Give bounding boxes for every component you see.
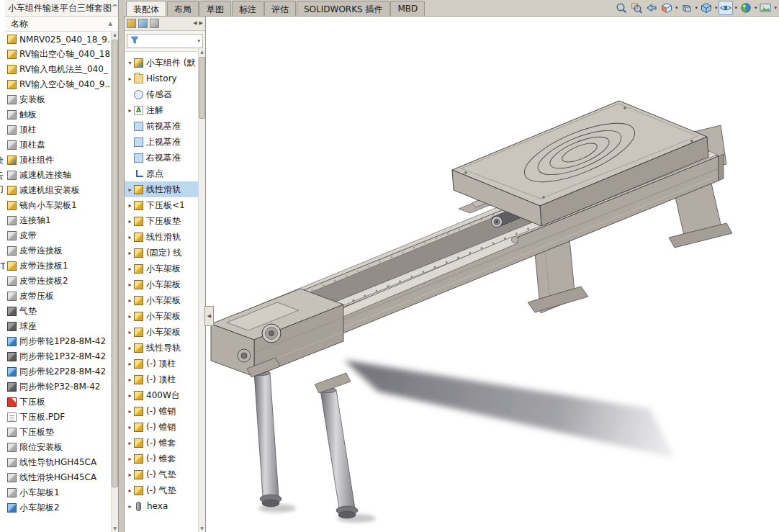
dropdown-caret-icon[interactable]: ▾ xyxy=(715,5,718,11)
panel-divider[interactable] xyxy=(119,0,124,532)
scroll-down-icon[interactable]: ▼ xyxy=(200,525,204,532)
file-list-item[interactable]: 皮带 xyxy=(5,228,111,243)
file-list-item[interactable]: 镜向小车架板1 xyxy=(5,198,111,213)
file-list-header[interactable]: 名称 ▲ xyxy=(5,17,118,32)
scroll-down-icon[interactable]: ▼ xyxy=(113,525,117,532)
feature-tree-item[interactable]: ▸(-) 锥套 xyxy=(125,451,198,466)
expander-icon[interactable]: ▸ xyxy=(126,424,134,430)
feature-tree-item[interactable]: ▸400W台 xyxy=(125,387,198,403)
file-list-item[interactable]: 皮带连接板1 xyxy=(5,258,111,274)
panel-collapse-button[interactable]: ◀ xyxy=(204,306,214,326)
feature-tree-item[interactable]: ▸hexa xyxy=(125,498,198,514)
expander-icon[interactable]: ▸ xyxy=(126,313,134,320)
expander-icon[interactable]: ▸ xyxy=(126,503,134,510)
dropdown-caret-icon[interactable]: ▾ xyxy=(695,5,698,11)
viewport-canvas[interactable] xyxy=(205,16,779,532)
tab-草图[interactable]: 草图 xyxy=(199,1,231,16)
file-list-item[interactable]: 限位安装板 xyxy=(5,440,111,455)
display-style-icon[interactable] xyxy=(699,1,713,15)
file-list-item[interactable]: 皮带连接板2 xyxy=(5,274,111,289)
scrollbar-thumb[interactable] xyxy=(199,57,205,119)
file-list-item[interactable]: 同步带轮P32-8M-42 xyxy=(5,379,111,395)
scroll-up-icon[interactable]: ▲ xyxy=(200,48,204,55)
file-list-item[interactable]: 皮带连接板 xyxy=(5,243,111,258)
file-list-item[interactable]: 减速机连接轴 xyxy=(5,168,111,183)
file-list-item[interactable]: 线性导轨HGH45CA xyxy=(5,455,111,470)
file-list-item[interactable]: 减速机组安装板 xyxy=(5,183,111,198)
feature-tree-item[interactable]: 上视基准 xyxy=(125,134,198,150)
tab-标注[interactable]: 标注 xyxy=(232,1,264,16)
expander-icon[interactable]: ▸ xyxy=(126,392,134,399)
featuremanager-tab-icon[interactable] xyxy=(127,19,136,28)
file-list-item[interactable]: 同步带轮2P28-8M-42 xyxy=(5,364,111,379)
file-list-item[interactable]: 气垫 xyxy=(5,304,111,319)
file-list-scrollbar[interactable]: ▲ ▼ xyxy=(111,31,118,532)
feature-tree-item[interactable]: ▸下压板<1 xyxy=(125,197,198,213)
file-list-item[interactable]: 小车架板1 xyxy=(5,485,111,500)
file-list-item[interactable]: 顶柱盘 xyxy=(5,137,111,153)
zoom-to-area-icon[interactable] xyxy=(629,1,644,15)
expander-icon[interactable]: ▸ xyxy=(126,377,134,383)
file-list-item[interactable]: 线性滑块HGH45CA xyxy=(5,470,111,485)
file-list-item[interactable]: 顶柱 xyxy=(5,122,111,137)
feature-tree-item[interactable]: ▸下压板垫 xyxy=(125,213,198,229)
file-list-item[interactable]: 球座 xyxy=(5,319,111,334)
configurationmanager-tab-icon[interactable] xyxy=(150,19,159,28)
expander-icon[interactable]: ▸ xyxy=(126,440,134,446)
scroll-up-icon[interactable]: ▲ xyxy=(113,31,117,38)
edit-appearance-icon[interactable] xyxy=(739,1,753,15)
feature-tree-item[interactable]: 右视基准 xyxy=(125,150,198,166)
tree-scrollbar[interactable]: ▲ ▼ xyxy=(198,48,205,532)
expander-icon[interactable]: ▸ xyxy=(126,234,134,240)
expander-icon[interactable]: ▸ xyxy=(126,408,134,415)
tab-MBD[interactable]: MBD xyxy=(390,1,425,16)
file-list-item[interactable]: RV输出空心轴_040_18 xyxy=(5,47,111,62)
feature-tree-item[interactable]: ▸线性滑轨 xyxy=(125,181,198,197)
tree-filter-input[interactable]: ▾ xyxy=(127,34,203,48)
propertymanager-tab-icon[interactable] xyxy=(138,19,148,28)
tab-装配体[interactable]: 装配体 xyxy=(126,1,166,16)
file-list-item[interactable]: 触板 xyxy=(5,107,111,122)
expander-icon[interactable]: ▸ xyxy=(126,472,134,478)
filter-caret-icon[interactable]: ▾ xyxy=(197,38,200,44)
previous-view-icon[interactable] xyxy=(644,1,659,15)
apply-scene-icon[interactable] xyxy=(758,1,773,15)
feature-tree-item[interactable]: ▸(-) 锥套 xyxy=(125,435,198,451)
zoom-to-fit-icon[interactable] xyxy=(614,1,629,15)
expander-icon[interactable]: ▸ xyxy=(126,329,134,335)
feature-tree-item[interactable]: ▸小车架板 xyxy=(125,308,198,324)
expander-icon[interactable]: ▸ xyxy=(126,361,134,367)
feature-tree-item[interactable]: ▸(固定) 线 xyxy=(125,245,198,261)
scrollbar-thumb[interactable] xyxy=(112,40,118,487)
feature-tree-item[interactable]: ▸(-) 锥销 xyxy=(125,403,198,419)
hide-show-items-icon[interactable] xyxy=(719,1,733,15)
expander-icon[interactable]: ▸ xyxy=(126,107,134,114)
file-list-item[interactable]: 同步带轮1P28-8M-42 xyxy=(5,334,111,349)
dropdown-caret-icon[interactable]: ▾ xyxy=(675,5,678,11)
pin-icon[interactable]: ^ xyxy=(112,0,118,16)
panel-tabs-next-icon[interactable]: ▶ xyxy=(199,20,203,26)
file-list-item[interactable]: 同步带轮1P32-8M-42 xyxy=(5,349,111,364)
feature-tree-item[interactable]: ▸(-) 气垫 xyxy=(125,482,198,498)
feature-tree-item[interactable]: ▸线性导轨 xyxy=(125,340,198,356)
tab-评估[interactable]: 评估 xyxy=(264,1,296,16)
feature-tree-item[interactable]: ▸小车架板 xyxy=(125,261,198,276)
file-list-item[interactable]: 小车架板2 xyxy=(5,500,111,515)
feature-tree-item[interactable]: 原点 xyxy=(125,166,198,181)
file-list-item[interactable]: NMRV025_040_18_9.. xyxy=(5,32,111,47)
feature-tree-item[interactable]: ▸(-) 顶柱 xyxy=(125,371,198,387)
file-list-item[interactable]: 下压板垫 xyxy=(5,425,111,440)
expander-icon[interactable]: ▸ xyxy=(126,281,134,288)
name-column-header[interactable]: 名称 xyxy=(11,17,28,31)
expander-icon[interactable]: ▸ xyxy=(126,297,134,304)
file-list-item[interactable]: 连接轴1 xyxy=(5,213,111,228)
expander-icon[interactable]: ▸ xyxy=(126,345,134,351)
feature-tree-item[interactable]: ▸(-) 锥销 xyxy=(125,419,198,435)
feature-tree-item[interactable]: ▸History xyxy=(125,71,198,86)
feature-tree-item[interactable]: ▸(-) 气垫 xyxy=(125,466,198,482)
section-view-icon[interactable] xyxy=(659,1,674,15)
expander-icon[interactable]: ▸ xyxy=(126,218,134,225)
file-list-item[interactable]: RV输入空心轴_040_9.. xyxy=(5,77,111,92)
dropdown-caret-icon[interactable]: ▾ xyxy=(755,5,757,11)
dropdown-caret-icon[interactable]: ▾ xyxy=(734,5,737,11)
